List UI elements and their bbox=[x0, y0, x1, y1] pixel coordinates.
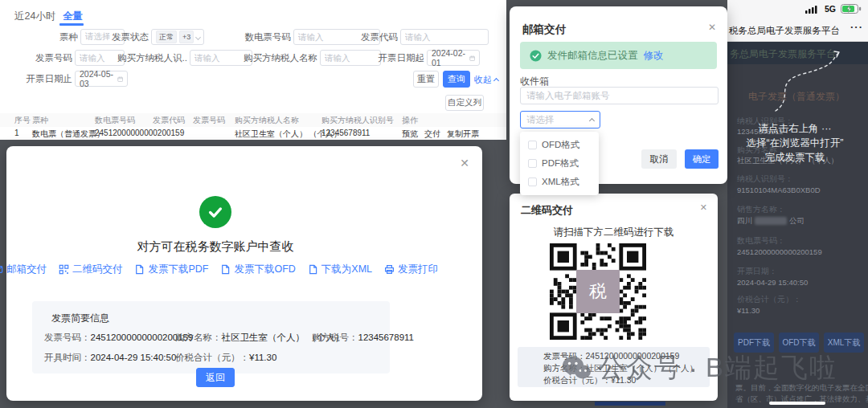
option-pdf[interactable]: PDF格式 bbox=[520, 154, 599, 173]
invoice-summary-box: 发票简要信息 发票号码：24512000000000200159 购方名称：社区… bbox=[32, 301, 390, 373]
download-ofd-link[interactable]: 发票下载OFD bbox=[220, 263, 295, 276]
close-icon[interactable]: ✕ bbox=[460, 157, 469, 169]
recipient-email-input[interactable] bbox=[520, 87, 719, 104]
pdf-download-button[interactable]: PDF下载 bbox=[734, 333, 774, 353]
browser-title: 税务总局电子发票服务平台 bbox=[729, 25, 840, 37]
modify-link[interactable]: 修改 bbox=[644, 49, 664, 63]
invoice-status-select[interactable]: 正常+3 bbox=[151, 29, 204, 45]
qr-invoice-info: 发票号码：24512000000000200159 购方名称：社区卫生室（个人）… bbox=[518, 347, 710, 387]
qrcode-delivery-link[interactable]: 二维码交付 bbox=[59, 263, 123, 276]
checkbox[interactable] bbox=[528, 159, 537, 168]
filter-buyer-taxid: 购买方纳税人识.. bbox=[111, 50, 252, 66]
summary-buyer-taxid: 购方税号：12345678911 bbox=[312, 332, 414, 344]
filter-date-from: 开票日期起 2024-02-01 bbox=[358, 50, 480, 66]
col-number: 数电票号码 bbox=[95, 115, 135, 126]
filter-label: 数电票号码 bbox=[227, 31, 291, 43]
dashed-arrow bbox=[761, 45, 850, 117]
download-xml-link[interactable]: 下载为XML bbox=[308, 263, 372, 276]
email-delivery-link[interactable]: 邮箱交付 bbox=[0, 263, 47, 276]
download-pdf-link[interactable]: 发票下载PDF bbox=[134, 263, 208, 276]
calendar-icon bbox=[469, 55, 475, 62]
phone-title-bar: 税务总局电子发票服务平台 ··· bbox=[727, 18, 868, 42]
more-menu-icon[interactable]: ··· bbox=[850, 21, 863, 33]
option-ofd[interactable]: OFD格式 bbox=[520, 136, 599, 154]
phone-status-bar: 5G bbox=[727, 0, 868, 18]
summary-issue-time: 开具时间：2024-04-29 15:40:50 bbox=[44, 352, 176, 364]
dim-seller-name-label: 销售方名称： bbox=[737, 204, 785, 215]
row-action-preview[interactable]: 预览 bbox=[402, 129, 418, 140]
format-dropdown: OFD格式 PDF格式 XML格式 bbox=[520, 132, 599, 195]
table-header: 序号 票种 数电票号码 发票代码 发票号码 购买方纳税人名称 购买方纳税人识别号… bbox=[0, 113, 508, 127]
screen: 近24小时 全量 票种 请选择 发票状态 正常+3 数电票号码 发票代码 发票号… bbox=[0, 0, 868, 408]
date-to-field[interactable]: 2024-05-03 bbox=[75, 71, 128, 87]
col-invoice-no: 发票号码 bbox=[193, 115, 225, 126]
dim-seller-taxid-value: 91510104MA63B0XB0D bbox=[737, 186, 821, 194]
tip-line-3: 完成发票下载 bbox=[727, 151, 862, 165]
battery-charging-icon bbox=[841, 4, 862, 14]
tab-all[interactable]: 全量 bbox=[63, 10, 83, 23]
print-invoice-link[interactable]: 发票打印 bbox=[384, 263, 438, 276]
filter-date-to: 开票日期止 2024-05-03 bbox=[8, 71, 128, 87]
qrcode-icon bbox=[59, 264, 69, 275]
mosaic-redaction bbox=[755, 217, 787, 225]
xml-download-button[interactable]: XML下载 bbox=[824, 333, 864, 353]
network-label: 5G bbox=[825, 4, 836, 14]
calendar-icon bbox=[117, 75, 123, 83]
filter-label: 票种 bbox=[14, 31, 78, 43]
close-icon[interactable]: ✕ bbox=[708, 22, 716, 32]
invoice-code-input[interactable] bbox=[405, 32, 484, 42]
close-icon[interactable]: ✕ bbox=[700, 203, 707, 212]
footnote-line-1: 票。目前，全面数字化的电子发票在全国部分 bbox=[735, 383, 868, 394]
confirm-button[interactable]: 确定 bbox=[685, 149, 719, 169]
dim-total-value: ¥11.30 bbox=[737, 306, 760, 315]
chevron-down-icon bbox=[195, 34, 201, 39]
col-seq: 序号 bbox=[14, 115, 31, 126]
dim-total-label: 价税合计（元）： bbox=[737, 294, 801, 305]
col-buyer-taxid: 购买方纳税人识别号 bbox=[321, 115, 394, 126]
cell-number: 24512000000000200159 bbox=[95, 129, 184, 137]
qrcode-delivery-dialog: 二维码交付 ✕ 请扫描下方二维码进行下载 税 发票号码：245120000000… bbox=[510, 194, 718, 401]
check-circle-icon bbox=[530, 50, 542, 62]
mail-icon bbox=[0, 264, 3, 275]
cell-buyer-taxid: 12345678911 bbox=[321, 129, 370, 137]
file-pdf-icon bbox=[134, 264, 145, 275]
tip-line-1: 请点击右上角 ··· bbox=[727, 122, 862, 136]
checkbox[interactable] bbox=[528, 177, 537, 186]
home-indicator bbox=[769, 402, 825, 405]
background-artifact-bar bbox=[595, 402, 665, 406]
tip-line-2: 选择“在浏览器中打开” bbox=[727, 137, 862, 150]
back-button[interactable]: 返回 bbox=[196, 368, 235, 387]
option-xml[interactable]: XML格式 bbox=[520, 173, 599, 191]
dialog-title: 二维码交付 bbox=[521, 203, 573, 218]
status-tag-normal: 正常 bbox=[156, 31, 177, 43]
status-tag-more: +3 bbox=[179, 31, 194, 43]
ofd-download-button[interactable]: OFD下载 bbox=[779, 333, 819, 353]
cancel-button[interactable]: 取消 bbox=[641, 149, 677, 169]
search-button[interactable]: 查询 bbox=[443, 71, 470, 88]
summary-title: 发票简要信息 bbox=[51, 312, 109, 325]
collapse-link[interactable]: 收起 bbox=[474, 74, 498, 86]
filter-label: 发票状态 bbox=[84, 31, 149, 43]
col-code: 发票代码 bbox=[153, 115, 185, 126]
tab-recent-24h[interactable]: 近24小时 bbox=[14, 10, 55, 23]
date-from-field[interactable]: 2024-02-01 bbox=[427, 50, 480, 66]
phone-screenshot: 5G 税务总局电子发票服务平台 ··· 务总局电子发票服务平台 电子发票（普通发… bbox=[727, 0, 868, 408]
col-type: 票种 bbox=[32, 115, 48, 126]
row-action-copy[interactable]: 复制开票 bbox=[447, 129, 479, 140]
delivery-actions-row: 邮箱交付 二维码交付 发票下载PDF 发票下载OFD 下载为XML 发票打印 bbox=[13, 263, 418, 276]
col-buyer-name: 购买方纳税人名称 bbox=[235, 115, 299, 126]
qr-invoice-no: 发票号码：24512000000000200159 bbox=[543, 351, 679, 362]
customize-columns-button[interactable]: 自定义列 bbox=[445, 95, 484, 111]
filter-label: 发票代码 bbox=[334, 31, 398, 43]
sender-set-banner: 发件邮箱信息已设置 修改 bbox=[520, 42, 717, 69]
reset-button[interactable]: 重置 bbox=[413, 71, 439, 88]
checkbox[interactable] bbox=[528, 141, 537, 149]
dim-digital-no-value: 24512000000000200159 bbox=[737, 247, 822, 256]
file-ofd-icon bbox=[220, 264, 231, 275]
file-xml-icon bbox=[308, 264, 318, 275]
filter-label: 发票号码 bbox=[8, 52, 72, 64]
row-action-deliver[interactable]: 交付 bbox=[424, 129, 440, 140]
format-select[interactable]: 请选择 bbox=[520, 111, 600, 129]
filter-invoice-status: 发票状态 正常+3 bbox=[84, 29, 204, 45]
filter-label: 开票日期止 bbox=[8, 73, 72, 85]
